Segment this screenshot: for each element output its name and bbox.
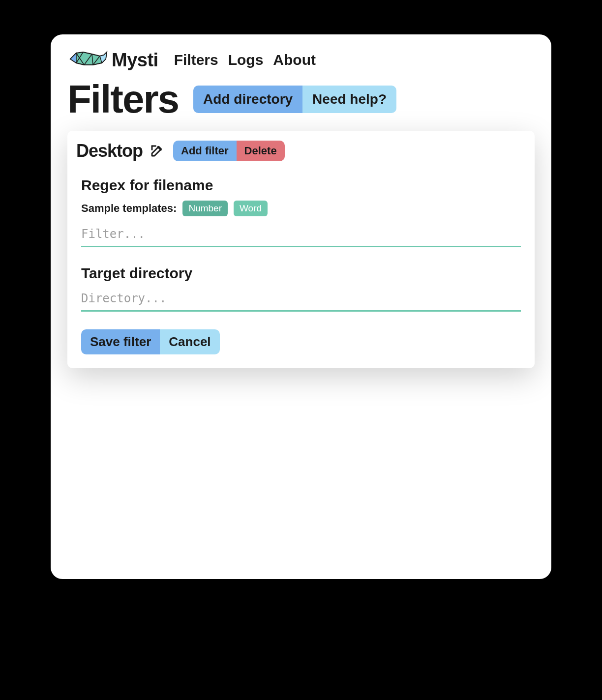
brand-logo-icon: [67, 49, 111, 71]
add-directory-button[interactable]: Add directory: [193, 86, 302, 113]
brand[interactable]: Mysti: [67, 49, 158, 71]
card-header: Desktop Add filter Delete: [76, 141, 526, 161]
directory-title-wrap: Desktop: [76, 141, 164, 161]
sample-templates-row: Sample templates: Number Word: [81, 201, 521, 216]
nav-link-logs[interactable]: Logs: [228, 52, 264, 68]
regex-section-title: Regex for filename: [81, 177, 521, 194]
target-directory-title: Target directory: [81, 265, 521, 282]
directory-card: Desktop Add filter Delete Regex for file…: [67, 131, 535, 368]
target-directory-input[interactable]: [81, 289, 521, 312]
page-header: Filters Add directory Need help?: [67, 80, 535, 119]
sample-templates-label: Sample templates:: [81, 202, 177, 215]
app-window: Mysti Filters Logs About Filters Add dir…: [51, 34, 551, 579]
card-header-buttons: Add filter Delete: [173, 141, 285, 161]
top-nav: Mysti Filters Logs About: [67, 49, 535, 71]
regex-section: Regex for filename Sample templates: Num…: [76, 177, 526, 247]
delete-directory-button[interactable]: Delete: [237, 141, 285, 161]
nav-link-filters[interactable]: Filters: [174, 52, 218, 68]
edit-icon[interactable]: [150, 144, 164, 158]
directory-name: Desktop: [76, 141, 143, 161]
brand-name: Mysti: [112, 50, 158, 71]
need-help-button[interactable]: Need help?: [302, 86, 396, 113]
target-directory-section: Target directory: [76, 265, 526, 312]
template-number-button[interactable]: Number: [182, 201, 228, 216]
regex-input[interactable]: [81, 224, 521, 247]
add-filter-button[interactable]: Add filter: [173, 141, 237, 161]
template-word-button[interactable]: Word: [234, 201, 268, 216]
nav-links: Filters Logs About: [174, 52, 316, 68]
page-title: Filters: [67, 80, 179, 119]
cancel-button[interactable]: Cancel: [160, 329, 219, 354]
page-header-buttons: Add directory Need help?: [193, 86, 396, 113]
save-filter-button[interactable]: Save filter: [81, 329, 160, 354]
filter-actions: Save filter Cancel: [76, 329, 526, 354]
nav-link-about[interactable]: About: [273, 52, 316, 68]
